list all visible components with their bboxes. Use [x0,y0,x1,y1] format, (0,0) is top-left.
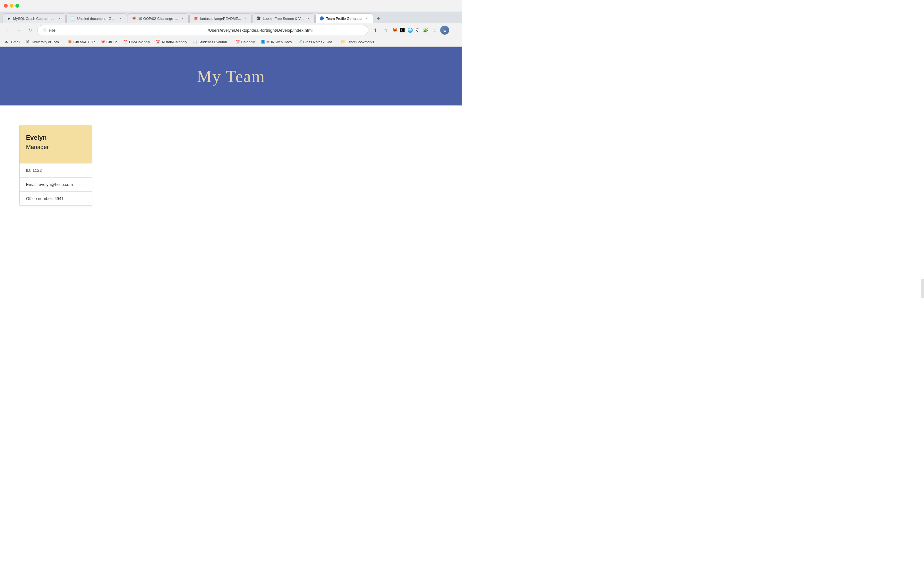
bookmark-label: GitHub [107,40,118,44]
profile-button[interactable]: E [440,26,449,35]
address-protocol: File [49,28,205,33]
tab-favicon: 🦊 [132,16,136,21]
card-email-field: Email: evelyn@hello.com [19,177,92,192]
tab-tab6[interactable]: 🔵Team Profile Generator× [315,13,373,23]
forward-button[interactable]: → [14,26,23,35]
bookmark-favicon: 📊 [193,40,197,44]
card-header: EvelynManager [19,125,92,163]
bookmark-1[interactable]: 🏛University of Toro... [23,39,65,45]
bookmarks-bar: ✉Gmail🏛University of Toro...🦊GitLab-UTOR… [0,37,462,47]
tab-tab5[interactable]: 🎥Loom | Free Screen & Vi...× [252,13,315,23]
tab-favicon: ▶ [7,16,11,21]
cards-section: EvelynManagerID: 1122Email: evelyn@hello… [0,105,462,219]
bookmark-favicon: 📝 [297,40,302,44]
page-content: My Team EvelynManagerID: 1122Email: evel… [0,47,462,263]
address-bar[interactable]: 📄 File /Users/evelyn/Desktop/ideal-fortn… [37,25,368,35]
metamask-extension[interactable]: 🦊 [391,27,398,33]
tab-favicon: 🎥 [256,16,261,21]
extension-b[interactable]: 🅱 [399,27,405,33]
bookmark-favicon: 🐙 [101,40,105,44]
bookmark-5[interactable]: 📅Alistair-Calendly [153,39,189,45]
maximize-button[interactable] [15,4,19,8]
bookmark-label: Calendly [241,40,255,44]
tab-tab4[interactable]: 🐙fantastic-lamp/README...× [189,13,252,23]
bookmark-label: Student's Evaluati... [199,40,230,44]
tab-label: 10-OOP/02-Challenge -... [138,17,178,21]
bookmark-3[interactable]: 🐙GitHub [98,39,120,45]
tab-tab2[interactable]: 📄Untitled document - Go...× [66,13,127,23]
card-id-field: ID: 1122 [19,163,92,177]
bookmark-label: Class Notes - Goo... [303,40,335,44]
tab-tab1[interactable]: ▶MySQL Crash Course | L...× [3,13,66,23]
tab-tab3[interactable]: 🦊10-OOP/02-Challenge -...× [128,13,189,23]
bookmark-label: Gmail [11,40,20,44]
close-button[interactable] [4,4,8,8]
tab-close-button[interactable]: × [306,16,310,21]
bookmark-favicon: 📅 [123,40,128,44]
tab-close-button[interactable]: × [57,16,61,21]
bookmark-6[interactable]: 📊Student's Evaluati... [190,39,232,45]
reload-button[interactable]: ↻ [26,26,35,35]
bookmark-label: MDN Web Docs [267,40,292,44]
tab-favicon: 📄 [71,16,75,21]
card-body: ID: 1122Email: evelyn@hello.comOffice nu… [19,163,92,205]
bookmark-label: Eric-Calendly [129,40,150,44]
bookmark-2[interactable]: 🦊GitLab-UTOR [65,39,97,45]
tab-close-button[interactable]: × [365,16,369,21]
card-employee-name: Evelyn [26,134,86,141]
extension-translate[interactable]: 🌐 [407,27,413,33]
tab-label: fantastic-lamp/README... [200,17,241,21]
tab-close-button[interactable]: × [118,16,123,21]
bookmark-label: Other Bookmarks [347,40,374,44]
card-employee-role: Manager [26,144,86,151]
window-controls [4,4,19,8]
bookmark-8[interactable]: 📘MDN Web Docs [258,39,294,45]
extension-shield[interactable]: 🛡 [415,27,421,33]
bookmark-10[interactable]: 📁Other Bookmarks [338,39,376,45]
tab-favicon: 🔵 [320,16,324,21]
nav-bar: ← → ↻ 📄 File /Users/evelyn/Desktop/ideal… [0,23,462,37]
employee-card-0: EvelynManagerID: 1122Email: evelyn@hello… [19,125,92,206]
menu-button[interactable]: ⋮ [451,26,459,35]
bookmark-favicon: 🦊 [68,40,72,44]
bookmark-favicon: 📁 [341,40,345,44]
address-url: /Users/evelyn/Desktop/ideal-fortnight/De… [208,28,365,33]
back-button[interactable]: ← [3,26,11,35]
bookmark-4[interactable]: 📅Eric-Calendly [121,39,152,45]
bookmark-button[interactable]: ☆ [381,26,390,35]
new-tab-button[interactable]: + [374,14,383,23]
sidebar-button[interactable]: ▭ [430,26,439,35]
bookmark-favicon: 🏛 [26,40,31,44]
bookmark-9[interactable]: 📝Class Notes - Goo... [295,39,338,45]
minimize-button[interactable] [10,4,13,8]
extensions-button[interactable]: 🧩 [422,27,429,33]
card-office-field: Office number: 4941 [19,192,92,205]
bookmark-favicon: 📘 [261,40,265,44]
share-button[interactable]: ⬆ [371,26,380,35]
tab-label: Untitled document - Go... [77,17,116,21]
nav-actions: ⬆ ☆ 🦊 🅱 🌐 🛡 🧩 ▭ E ⋮ [371,26,459,35]
tab-favicon: 🐙 [194,16,198,21]
tab-close-button[interactable]: × [180,16,184,21]
bookmark-favicon: 📅 [236,40,240,44]
address-lock-icon: 📄 [41,28,46,32]
bookmark-label: GitLab-UTOR [73,40,95,44]
tabs-bar: ▶MySQL Crash Course | L...×📄Untitled doc… [0,11,462,23]
bookmark-7[interactable]: 📅Calendly [233,39,258,45]
tab-label: MySQL Crash Course | L... [13,17,55,21]
page-title: My Team [197,67,265,86]
tab-label: Team Profile Generator [326,17,363,21]
bookmark-label: University of Toro... [32,40,62,44]
tab-label: Loom | Free Screen & Vi... [263,17,304,21]
title-bar [0,0,462,11]
page-header: My Team [0,47,462,105]
tab-close-button[interactable]: × [243,16,247,21]
browser-chrome: ▶MySQL Crash Course | L...×📄Untitled doc… [0,0,462,47]
bookmark-favicon: ✉ [5,40,10,44]
bookmark-0[interactable]: ✉Gmail [3,39,23,45]
bookmark-favicon: 📅 [156,40,160,44]
bookmark-label: Alistair-Calendly [162,40,187,44]
